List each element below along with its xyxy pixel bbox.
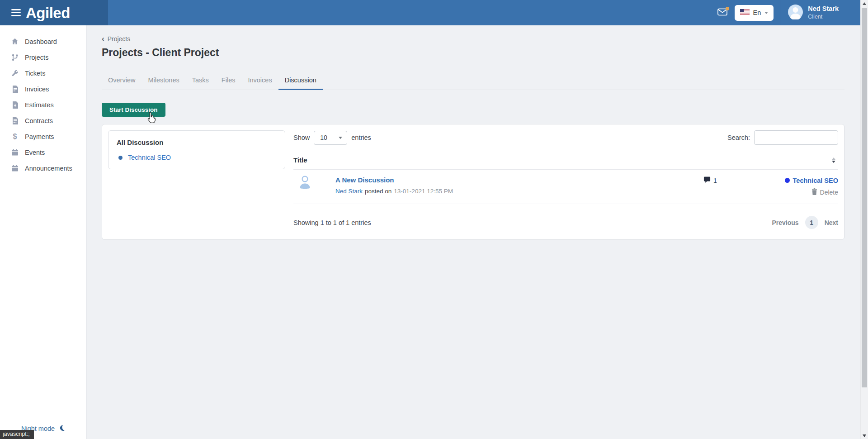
tab-discussion[interactable]: Discussion: [278, 72, 323, 90]
pagination-previous[interactable]: Previous: [772, 219, 799, 226]
sidebar-item-label: Dashboard: [25, 38, 57, 45]
sidebar-item-label: Events: [25, 149, 45, 156]
topbar-divider: [780, 0, 780, 25]
sidebar-item-tickets[interactable]: Tickets: [0, 65, 86, 81]
category-dot-icon: [785, 178, 790, 183]
entries-label: entries: [351, 134, 371, 141]
sidebar-item-label: Payments: [25, 133, 54, 140]
sidebar-item-invoices[interactable]: Invoices: [0, 81, 86, 97]
search-label: Search:: [727, 134, 750, 141]
sidebar-item-announcements[interactable]: Announcements: [0, 160, 86, 176]
top-bar: Agiled En Ned Stark Client: [0, 0, 860, 25]
scroll-down-arrow-icon[interactable]: [863, 434, 866, 437]
scroll-up-arrow-icon[interactable]: [863, 2, 866, 5]
code-branch-icon: [11, 54, 19, 61]
column-title: Title: [293, 156, 307, 164]
user-name: Ned Stark: [808, 5, 839, 13]
breadcrumb-label: Projects: [108, 35, 131, 43]
comment-count-badge: 1: [703, 176, 717, 185]
discussion-card: All Discussion Technical SEO Show 10 ent…: [102, 124, 844, 240]
topbar-actions: En Ned Stark Client: [717, 0, 860, 25]
sidebar-item-estimates[interactable]: Estimates: [0, 97, 86, 113]
language-label: En: [753, 9, 761, 16]
home-icon: [11, 38, 19, 45]
brand-area: Agiled: [0, 0, 108, 25]
avatar: [788, 5, 803, 21]
sidebar: Dashboard Projects Tickets Invoices Esti…: [0, 25, 87, 439]
tab-files[interactable]: Files: [215, 72, 242, 90]
moon-icon: [58, 425, 65, 433]
category-link[interactable]: Technical SEO: [128, 154, 171, 161]
breadcrumb[interactable]: ‹ Projects: [102, 35, 130, 43]
posted-on-label: posted on: [365, 188, 392, 195]
tab-tasks[interactable]: Tasks: [186, 72, 215, 90]
row-category[interactable]: Technical SEO: [785, 177, 838, 184]
sidebar-item-label: Projects: [25, 54, 48, 61]
sidebar-item-payments[interactable]: $ Payments: [0, 129, 86, 144]
all-discussion-panel: All Discussion Technical SEO: [108, 130, 285, 169]
table-row: A New Discussion Ned Stark posted on 13-…: [293, 170, 838, 204]
sidebar-item-label: Invoices: [25, 86, 49, 93]
file-download-icon: [11, 101, 19, 109]
pagination-page-1[interactable]: 1: [805, 216, 818, 229]
author-link[interactable]: Ned Stark: [335, 188, 363, 195]
show-label: Show: [293, 134, 310, 141]
discussion-table-area: Show 10 entries Search: Title: [293, 130, 838, 234]
pagination-next[interactable]: Next: [825, 219, 838, 226]
trash-icon: [811, 188, 817, 196]
sidebar-item-label: Contracts: [25, 117, 53, 124]
row-category-label: Technical SEO: [793, 177, 838, 184]
pagination: Previous 1 Next: [772, 216, 839, 229]
page-title: Projects - Client Project: [102, 47, 844, 59]
tab-bar: Overview Milestones Tasks Files Invoices…: [102, 72, 844, 90]
table-header: Title: [293, 151, 838, 170]
app-logo[interactable]: Agiled: [26, 5, 70, 20]
user-role: Client: [808, 14, 839, 20]
scrollbar-thumb[interactable]: [862, 8, 867, 387]
tab-milestones[interactable]: Milestones: [142, 72, 185, 90]
panel-heading: All Discussion: [117, 138, 277, 146]
language-selector[interactable]: En: [735, 5, 774, 21]
calendar-icon: [11, 165, 19, 172]
calendar-icon: [11, 149, 19, 156]
hamburger-menu-icon[interactable]: [11, 9, 21, 16]
main-content: ‹ Projects Projects - Client Project Ove…: [87, 25, 860, 439]
discussion-title-link[interactable]: A New Discussion: [335, 176, 453, 184]
user-menu[interactable]: Ned Stark Client: [788, 5, 839, 21]
notification-dot: [726, 7, 729, 10]
search-input[interactable]: [754, 130, 838, 145]
us-flag-icon: [740, 9, 750, 16]
file-invoice-icon: [11, 86, 19, 93]
chevron-down-icon: [339, 137, 342, 139]
comment-count: 1: [713, 177, 717, 184]
page-length-value: 10: [320, 134, 327, 141]
delete-label: Delete: [820, 189, 838, 196]
page-length-select[interactable]: 10: [314, 131, 347, 145]
tab-overview[interactable]: Overview: [102, 72, 142, 90]
comment-icon: [703, 176, 711, 185]
sidebar-item-contracts[interactable]: Contracts: [0, 113, 86, 129]
sidebar-item-events[interactable]: Events: [0, 144, 86, 160]
delete-button[interactable]: Delete: [703, 188, 838, 196]
sidebar-item-label: Announcements: [25, 165, 72, 172]
chevron-left-icon: ‹: [102, 37, 104, 41]
sidebar-item-dashboard[interactable]: Dashboard: [0, 33, 86, 49]
file-contract-icon: [11, 117, 19, 124]
start-discussion-button[interactable]: Start Discussion: [102, 103, 165, 117]
category-dot-icon: [118, 156, 123, 160]
vertical-scrollbar[interactable]: [860, 0, 868, 439]
sidebar-item-label: Tickets: [25, 70, 45, 77]
dollar-icon: $: [11, 133, 19, 140]
sort-icon[interactable]: [832, 157, 835, 163]
messages-button[interactable]: [717, 8, 727, 17]
sidebar-item-label: Estimates: [25, 101, 54, 109]
category-item[interactable]: Technical SEO: [117, 154, 277, 161]
avatar: [299, 175, 311, 196]
tab-invoices[interactable]: Invoices: [241, 72, 278, 90]
sidebar-item-projects[interactable]: Projects: [0, 49, 86, 65]
browser-status-bar: javascript:;: [0, 430, 34, 439]
posted-date: 13-01-2021 12:55 PM: [394, 188, 453, 195]
chevron-down-icon: [764, 12, 768, 14]
wrench-icon: [11, 70, 19, 77]
entries-summary: Showing 1 to 1 of 1 entries: [293, 219, 371, 226]
